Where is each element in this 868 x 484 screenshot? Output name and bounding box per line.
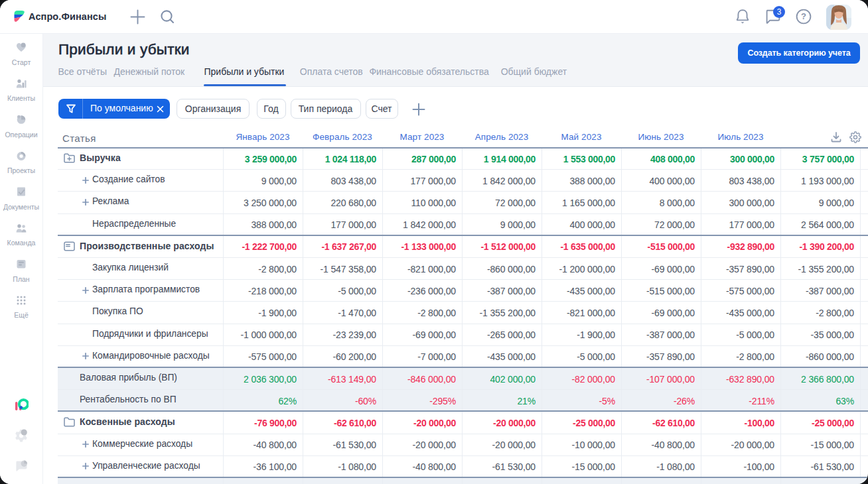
svg-text:?: ? (801, 11, 806, 21)
